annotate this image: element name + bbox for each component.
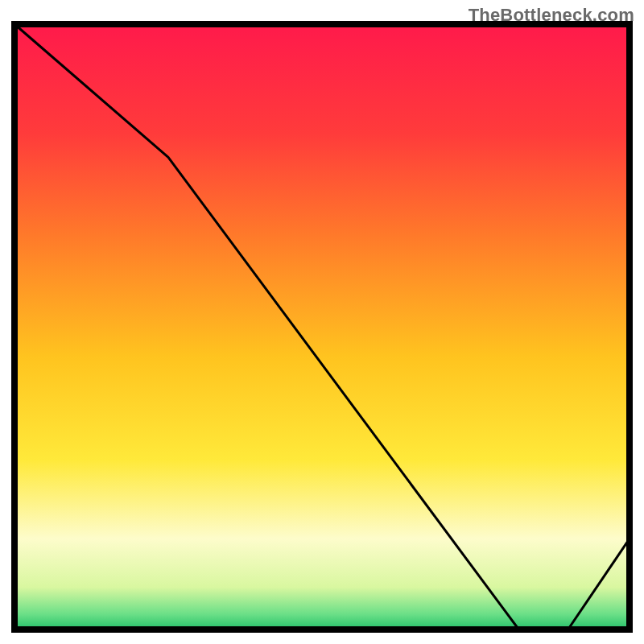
chart-svg — [0, 0, 644, 644]
watermark-label: TheBottleneck.com — [469, 5, 634, 26]
plot-area — [14, 24, 630, 630]
chart-container: TheBottleneck.com — [0, 0, 644, 644]
gradient-background — [14, 24, 630, 630]
